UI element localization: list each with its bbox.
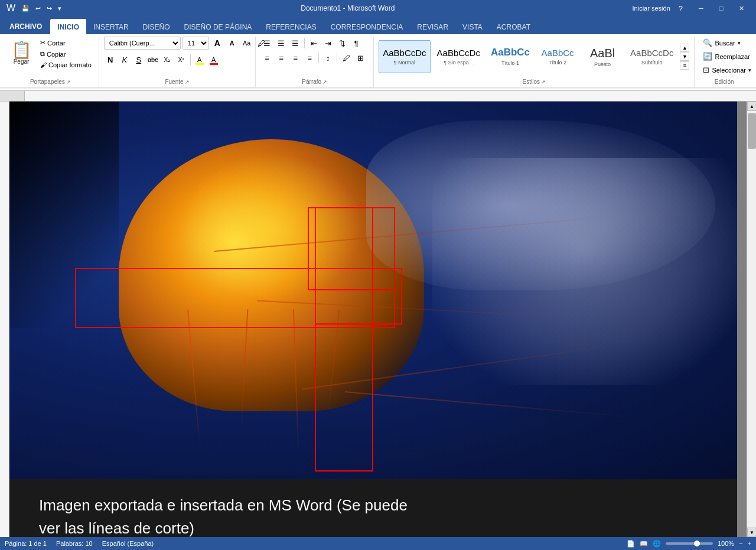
underline-button[interactable]: S [132,53,145,66]
paste-button[interactable]: 📋 Pegar [7,37,35,70]
sort-button[interactable]: ⇅ [335,37,348,50]
justify-button[interactable]: ≡ [303,51,316,64]
white-tentacles-container [301,102,737,479]
reemplazar-button[interactable]: 🔄 Reemplazar [699,50,754,63]
tab-vista[interactable]: VISTA [455,19,490,34]
borders-button[interactable]: ⊞ [354,51,367,64]
style-normal[interactable]: AaBbCcDc ¶ Normal [379,40,430,73]
restore-button[interactable]: □ [711,0,731,17]
subscript-button[interactable]: X₂ [161,53,174,66]
seleccionar-button[interactable]: ⊡ Seleccionar ▾ [699,64,754,76]
tab-diseno[interactable]: DISEÑO [136,19,177,34]
cut-icon: ✂ [40,39,45,47]
style-no-spacing[interactable]: AaBbCcDc ¶ Sin espa... [433,40,484,73]
font-shrink-button[interactable]: A [226,37,239,50]
style-normal-label: ¶ Normal [394,60,415,66]
tab-correspondencia[interactable]: CORRESPONDENCIA [324,19,410,34]
status-right: 📄 📖 🌐 100% − + [627,540,751,548]
tab-acrobat[interactable]: ACROBAT [490,19,537,34]
tab-inicio[interactable]: INICIO [50,19,86,34]
scroll-track[interactable] [747,111,756,528]
tab-revisar[interactable]: REVISAR [410,19,455,34]
clipboard-small-buttons: ✂ Cortar ⧉ Copiar 🖌 Copiar formato [38,37,94,70]
tab-diseno-pagina[interactable]: DISEÑO DE PÁGINA [177,19,259,34]
document-content: Imagen exportada e insertada en MS Word … [9,102,756,537]
style-heading2[interactable]: AaBbCc Título 2 [536,40,579,73]
align-left-button[interactable]: ≡ [260,51,273,64]
vertical-ruler [0,102,9,537]
tab-referencias[interactable]: REFERENCIAS [259,19,323,34]
quick-access-dropdown-icon[interactable]: ▾ [56,4,63,14]
copy-button[interactable]: ⧉ Copiar [38,49,94,59]
font-size-select[interactable]: 11 [183,37,209,50]
dark-corner [9,102,119,328]
search-icon: 🔍 [703,38,712,47]
style-heading1[interactable]: AaBbCc Título 1 [487,40,534,73]
parrafo-dialog-icon[interactable]: ↗ [322,79,327,85]
show-marks-button[interactable]: ¶ [350,37,363,50]
font-color-button[interactable]: A [207,53,220,66]
style-subtitle[interactable]: AaBbCcDc Subtítulo [626,40,677,73]
fuente-dialog-icon[interactable]: ↗ [185,79,190,85]
help-icon[interactable]: ? [675,4,686,13]
vertical-scrollbar: ▲ ▼ [747,102,756,537]
strikethrough-button[interactable]: abc [146,53,159,66]
styles-scroll-up-button[interactable]: ▲ [680,44,689,52]
scroll-up-button[interactable]: ▲ [747,102,756,111]
zoom-out-button[interactable]: − [739,540,742,547]
jellyfish-image [9,102,737,479]
cut-button[interactable]: ✂ Cortar [38,38,94,48]
parrafo-label: Párrafo ↗ [260,77,369,85]
zoom-thumb[interactable] [694,541,700,546]
view-web-button[interactable]: 🌐 [653,540,661,548]
increase-indent-button[interactable]: ⇥ [321,37,334,50]
caption-text: Imagen exportada e insertada en MS Word … [39,494,708,537]
para-sep-2 [318,53,319,63]
estilos-dialog-icon[interactable]: ↗ [541,79,546,85]
redo-icon[interactable]: ↪ [45,4,54,14]
bullets-button[interactable]: ☰ [260,37,273,50]
minimize-button[interactable]: ─ [691,0,711,17]
highlight-button[interactable]: A [193,53,206,66]
buscar-button[interactable]: 🔍 Buscar ▾ [699,37,754,49]
align-right-button[interactable]: ≡ [289,51,302,64]
format-painter-label: Copiar formato [48,61,92,68]
styles-more-button[interactable]: ≡ [680,61,689,70]
shading-button[interactable]: 🖊 [340,51,353,64]
buscar-dropdown-icon[interactable]: ▾ [738,40,741,46]
undo-icon[interactable]: ↩ [34,4,43,14]
font-grow-button[interactable]: A [211,37,224,50]
decrease-indent-button[interactable]: ⇤ [307,37,320,50]
numbered-list-button[interactable]: ☰ [275,37,288,50]
superscript-button[interactable]: X² [175,53,188,66]
zoom-in-button[interactable]: + [748,540,751,547]
para-sep-3 [337,53,337,63]
styles-scroll-down-button[interactable]: ▼ [680,53,689,61]
seleccionar-dropdown-icon[interactable]: ▾ [748,67,751,73]
style-heading2-preview: AaBbCc [542,48,574,58]
view-print-button[interactable]: 📄 [627,540,635,548]
view-fullscreen-button[interactable]: 📖 [640,540,648,548]
portapapeles-dialog-icon[interactable]: ↗ [66,79,71,85]
style-no-spacing-preview: AaBbCcDc [437,48,480,58]
signin-button[interactable]: Iniciar sesión [633,5,670,12]
scroll-down-button[interactable]: ▼ [747,528,756,537]
para-sep-1 [304,38,305,48]
tab-archivo[interactable]: ARCHIVO [1,19,50,34]
change-case-button[interactable]: Aa [240,37,253,50]
ribbon-toolbar: 📋 Pegar ✂ Cortar ⧉ Copiar 🖌 [0,34,756,88]
tab-insertar[interactable]: INSERTAR [86,19,136,34]
close-button[interactable]: ✕ [731,0,751,17]
line-spacing-button[interactable]: ↕ [321,51,334,64]
bold-button[interactable]: N [104,53,117,66]
replace-icon: 🔄 [703,52,712,61]
save-icon[interactable]: 💾 [19,4,31,14]
font-name-select[interactable]: Calibri (Cuerp... [104,37,181,50]
align-center-button[interactable]: ≡ [275,51,288,64]
scroll-thumb[interactable] [748,113,756,149]
italic-button[interactable]: K [118,53,131,66]
zoom-slider[interactable] [666,542,713,545]
style-title[interactable]: AaBl Puesto [581,40,624,73]
format-painter-button[interactable]: 🖌 Copiar formato [38,60,94,70]
multilevel-list-button[interactable]: ☰ [289,37,302,50]
